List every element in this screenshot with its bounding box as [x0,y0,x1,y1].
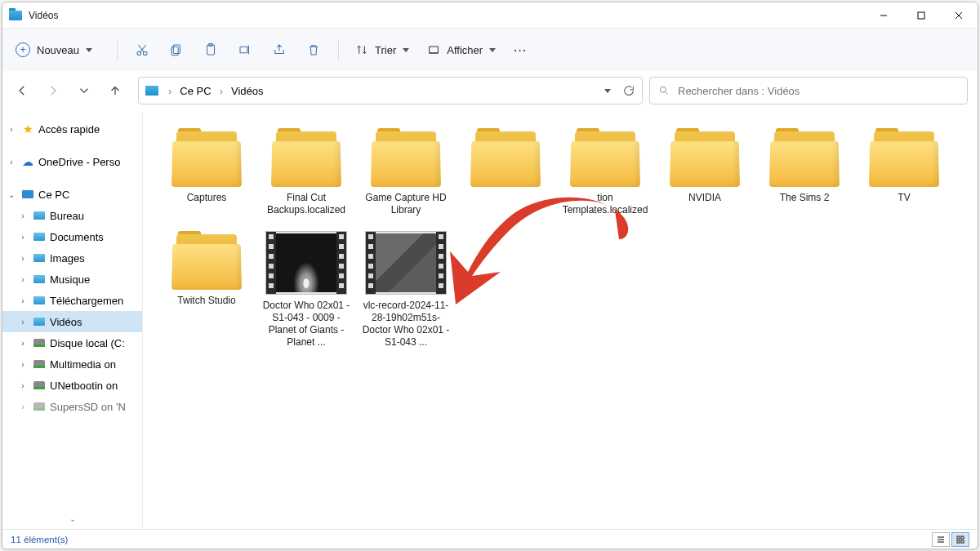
back-button[interactable] [12,81,32,100]
maximize-button[interactable] [902,2,940,29]
svg-point-9 [660,87,666,92]
folder-icon [570,128,640,187]
sidebar-item[interactable]: ›Téléchargemen [2,290,142,311]
cut-button[interactable] [126,35,158,64]
sidebar: ›★Accès rapide ›☁OneDrive - Perso ⌄Ce PC… [2,110,143,529]
folder-item[interactable] [458,125,553,220]
chevron-down-icon[interactable] [604,89,611,93]
sidebar-onedrive[interactable]: ›☁OneDrive - Perso [2,151,142,172]
up-button[interactable] [105,81,125,100]
svg-rect-8 [430,47,439,53]
svg-rect-7 [240,47,247,53]
folder-icon [172,231,242,290]
search-input[interactable] [678,85,959,97]
sidebar-item[interactable]: ›Documents [2,226,142,247]
folder-icon [769,128,840,187]
sidebar-item[interactable]: ›UNetbootin on [2,375,142,396]
scroll-down-icon[interactable]: ⌄ [2,514,142,527]
svg-rect-10 [957,536,960,539]
separator [338,40,339,60]
crumb-current[interactable]: Vidéos [231,85,264,97]
folder-icon [371,128,441,187]
folder-item[interactable]: TV [857,125,951,220]
forward-button[interactable] [43,81,63,100]
folder-icon [32,318,47,326]
share-button[interactable] [263,35,296,64]
search-box[interactable] [649,77,968,104]
chevron-down-icon [403,48,409,52]
svg-rect-4 [172,47,178,56]
sort-button[interactable]: Trier [347,38,417,61]
video-item[interactable]: vlc-record-2024-11-28-19h02m51s-Doctor W… [359,228,453,352]
sidebar-item[interactable]: ›SupersSD on 'N [2,396,142,417]
folder-icon [271,128,341,187]
explorer-window: Vidéos + Nouveau Trier Afficher [2,2,978,549]
history-button[interactable] [74,81,94,100]
rename-button[interactable] [229,35,261,64]
folder-icon [172,128,242,187]
window-title: Vidéos [29,10,58,21]
crumb-root[interactable]: Ce PC [180,85,211,97]
sidebar-quick-access[interactable]: ›★Accès rapide [2,118,142,140]
minimize-button[interactable] [865,2,902,29]
folder-item[interactable]: tion Templates.localized [558,125,653,220]
video-item[interactable]: Doctor Who 02x01 - S1-043 - 0009 - Plane… [259,228,354,352]
nav-row: › Ce PC › Vidéos [2,71,978,110]
disk-icon [32,339,47,347]
copy-button[interactable] [160,35,193,64]
folder-icon [869,128,939,187]
refresh-icon[interactable] [622,84,635,97]
address-bar[interactable]: › Ce PC › Vidéos [138,77,643,104]
view-icons-button[interactable] [951,532,969,547]
svg-rect-12 [957,540,960,543]
chevron-down-icon [86,48,92,52]
disk-icon [32,360,47,368]
folder-item[interactable]: The Sims 2 [757,125,852,220]
folder-icon [32,296,47,304]
video-thumb [265,231,347,295]
sidebar-item[interactable]: ›Disque local (C: [2,332,142,353]
chevron-right-icon: › [167,85,173,97]
new-button[interactable]: + Nouveau [7,38,100,62]
folder-icon [32,275,47,283]
item-count: 11 élément(s) [11,535,68,544]
titlebar: Vidéos [2,2,978,29]
folder-item[interactable]: NVIDIA [657,125,752,220]
folder-icon [32,211,47,220]
delete-button[interactable] [297,35,330,64]
pc-icon [20,190,35,198]
chevron-right-icon: › [218,85,225,97]
folder-item[interactable]: Captures [159,125,254,220]
plus-icon: + [16,42,30,57]
sidebar-item[interactable]: ›Multimedia on [2,353,142,375]
sidebar-item[interactable]: ›Images [2,247,142,269]
cloud-icon: ☁ [20,155,35,168]
content-pane[interactable]: Captures Final Cut Backups.localized Gam… [143,110,978,529]
folder-icon [32,233,47,241]
sidebar-item-videos[interactable]: ›Vidéos [2,311,142,332]
sidebar-item[interactable]: ›Musique [2,269,142,290]
sidebar-item[interactable]: ›Bureau [2,205,142,226]
folder-icon [32,254,47,262]
search-icon [658,85,670,96]
close-button[interactable] [940,2,978,29]
view-label: Afficher [447,44,483,56]
folder-title-icon [9,11,22,20]
folder-item[interactable]: Game Capture HD Library [359,125,453,220]
folder-icon [670,128,740,187]
more-button[interactable]: ··· [506,39,536,61]
paste-button[interactable] [194,35,227,64]
new-label: Nouveau [37,44,79,56]
folder-item[interactable]: Final Cut Backups.localized [259,125,354,220]
svg-rect-11 [961,536,964,539]
view-details-button[interactable] [932,532,950,547]
svg-rect-13 [961,540,964,543]
separator [117,40,118,60]
disk-icon [32,381,47,389]
sort-label: Trier [375,44,396,56]
folder-item[interactable]: Twitch Studio [159,228,254,352]
folder-icon [145,86,158,96]
view-button[interactable]: Afficher [419,38,504,61]
sidebar-this-pc[interactable]: ⌄Ce PC [2,184,142,205]
video-thumb [365,231,447,295]
